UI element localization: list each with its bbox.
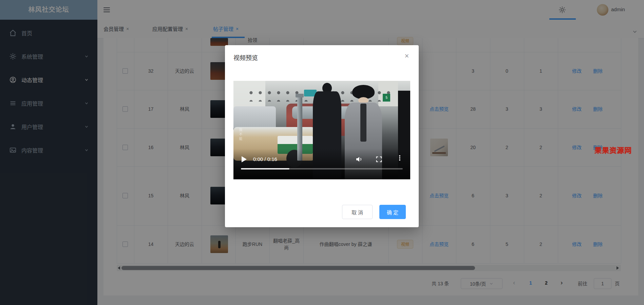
cancel-button[interactable]: 取 消 — [342, 205, 373, 219]
video-player[interactable]: 5 我不能 0:00 / 0:16 — [233, 81, 410, 179]
dialog-title: 视频预览 — [233, 53, 258, 62]
site-watermark: 果果资源网 — [594, 145, 632, 155]
video-time: 0:00 / 0:16 — [253, 156, 277, 162]
video-progress-bar[interactable] — [241, 168, 403, 169]
video-buffered-bar — [241, 168, 289, 169]
volume-icon[interactable] — [355, 155, 363, 163]
dialog-close-icon[interactable]: × — [402, 52, 411, 60]
play-icon[interactable] — [242, 156, 247, 162]
confirm-button[interactable]: 确 定 — [379, 205, 406, 219]
app-window: 林风社交论坛 首页 系统管理 动态管理 应用管理 — [0, 0, 644, 305]
fullscreen-icon[interactable] — [375, 156, 383, 163]
more-options-kebab-icon[interactable] — [398, 155, 401, 161]
video-controls-shade — [233, 149, 410, 179]
